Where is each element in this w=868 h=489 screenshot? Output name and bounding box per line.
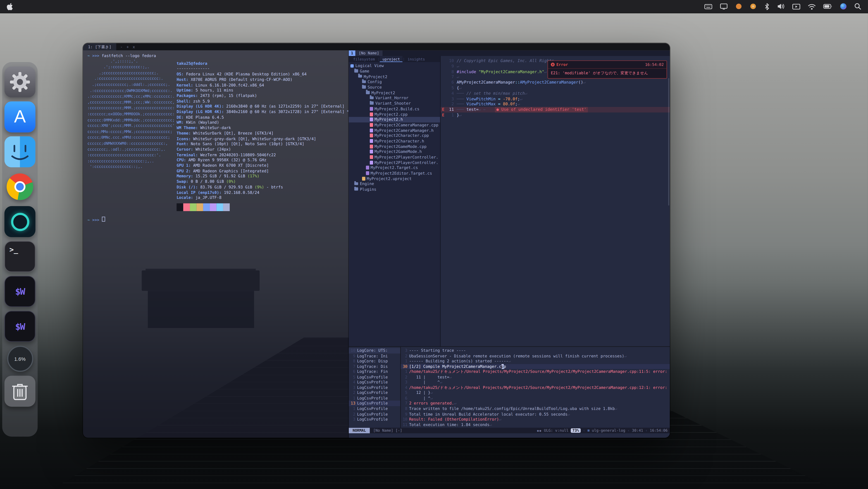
app-orange2-icon[interactable] bbox=[749, 2, 757, 11]
log-category-row[interactable]: 3LogCsvProfile bbox=[349, 417, 400, 422]
log-line[interactable]: 2 11 | test=↵ bbox=[401, 374, 670, 380]
screen-mirror-icon[interactable] bbox=[792, 2, 801, 11]
log-line[interactable]: 72 errors generated.↵ bbox=[401, 401, 670, 406]
tree-item[interactable]: Plugins bbox=[349, 186, 440, 192]
log-categories-pane[interactable]: 10LogCore: UTS:9LogTrace: Ini8LogCore: D… bbox=[349, 347, 401, 428]
nvim-tab-title[interactable]: [No Name] bbox=[355, 51, 382, 56]
tree-item[interactable]: MyProject2.cpp bbox=[349, 111, 440, 117]
dock-item-app-store[interactable]: A bbox=[4, 102, 35, 133]
editor-line[interactable]: 2─── ViewPitchMax = 80.0f;↵ bbox=[440, 102, 670, 107]
log-line[interactable]: 4/home/taku25/ドキュメント/Unreal Projects/MyP… bbox=[401, 385, 670, 390]
tree-item[interactable]: Source bbox=[349, 85, 440, 90]
tree-item[interactable]: MyProject2PlayerController. bbox=[349, 160, 440, 165]
editor-line[interactable]: E11─── test=↵ ←● Use of undeclared ident… bbox=[440, 107, 670, 113]
tree-item[interactable]: MyProject2 bbox=[349, 90, 440, 95]
dock-item-chrome[interactable] bbox=[4, 171, 35, 202]
new-tab-button[interactable]: + bbox=[126, 45, 129, 49]
search-icon[interactable] bbox=[854, 2, 862, 11]
tree-item[interactable]: Engine bbox=[349, 181, 440, 186]
build-log-pane[interactable]: 3---- Starting trace ----2UbaSessionServ… bbox=[401, 347, 670, 428]
terminal-tab[interactable]: 1: [下書き] bbox=[83, 43, 116, 51]
siri-icon[interactable] bbox=[840, 2, 847, 11]
log-category-row[interactable]: 13LogCsvProfile bbox=[349, 401, 400, 406]
dock-item-media-app[interactable] bbox=[4, 206, 35, 237]
tree-item[interactable]: MyProject2.Build.cs bbox=[349, 106, 440, 111]
log-line[interactable]: 30[1/2] Compile MyProject2CameraManager.… bbox=[401, 364, 670, 369]
tree-item[interactable]: Game bbox=[349, 68, 440, 74]
dock-item-terminal[interactable]: >_ bbox=[4, 241, 35, 272]
tree-item[interactable]: MyProject2Character.h bbox=[349, 138, 440, 144]
keyboard-icon[interactable] bbox=[704, 2, 713, 11]
battery-icon[interactable] bbox=[823, 2, 833, 11]
editor-line[interactable]: E1}↵ bbox=[440, 113, 670, 118]
minimize-tab-button[interactable]: - bbox=[120, 45, 122, 49]
log-category-row[interactable]: 2LogCsvProfile bbox=[349, 390, 400, 396]
log-category-row[interactable]: 5LogCsvProfile bbox=[349, 374, 400, 380]
tree-item[interactable]: MyProject2.uproject bbox=[349, 176, 440, 181]
dock-item-wezterm[interactable]: $W bbox=[4, 276, 35, 307]
log-line[interactable]: 11Total execution time: 1.84 seconds↵ bbox=[401, 422, 670, 427]
editor-scrollbar[interactable] bbox=[668, 78, 669, 206]
log-category-row[interactable]: 6LogTrace: Fin bbox=[349, 369, 400, 374]
editor-line[interactable]: 3─── ViewPitchMin = -70.0f;↵ bbox=[440, 96, 670, 102]
tree-item[interactable]: MyProject2Character.cpp bbox=[349, 133, 440, 138]
wezterm-glyph: $W bbox=[15, 286, 25, 297]
log-line[interactable]: 3 | ^↵ bbox=[401, 380, 670, 385]
log-line[interactable]: 1------ Building 2 action(s) started ---… bbox=[401, 358, 670, 364]
tree-item[interactable]: Variant_Horror bbox=[349, 95, 440, 101]
log-line[interactable]: 3---- Starting trace ---- bbox=[401, 348, 670, 353]
editor-line[interactable]: 4─── // set the min/max pitch↵ bbox=[440, 91, 670, 96]
dock-item-system-settings[interactable] bbox=[4, 66, 35, 97]
log-line[interactable]: 6 | ^↵ bbox=[401, 396, 670, 401]
tree-tab-filesystem[interactable]: filesystem bbox=[350, 56, 378, 62]
dock-item-finder[interactable] bbox=[4, 136, 35, 167]
app-orange-icon[interactable] bbox=[735, 2, 742, 11]
window-tab-bar[interactable]: 1: [下書き] -+x bbox=[83, 43, 670, 51]
log-category-row[interactable]: 2LogCsvProfile bbox=[349, 411, 400, 417]
wifi-icon[interactable] bbox=[808, 2, 816, 11]
tree-item[interactable]: Variant_Shooter bbox=[349, 101, 440, 106]
tree-item[interactable]: Config bbox=[349, 79, 440, 85]
volume-icon[interactable] bbox=[777, 2, 785, 11]
bluetooth-icon[interactable] bbox=[764, 2, 770, 11]
log-category-row[interactable]: 9LogTrace: Ini bbox=[349, 353, 400, 358]
log-line[interactable]: 2UbaSessionServer - Disable remote execu… bbox=[401, 353, 670, 358]
dock-item-wezterm-2[interactable]: $W bbox=[4, 311, 35, 342]
error-notification-popup[interactable]: x Error 16:54:02 E21: 'modifiable' がオフなの… bbox=[547, 60, 667, 79]
tree-item[interactable]: Logical View bbox=[349, 63, 440, 68]
close-tab-button[interactable]: x bbox=[133, 45, 135, 49]
log-category-row[interactable]: 7LogTrace: Dis bbox=[349, 364, 400, 369]
log-line[interactable]: 8Trace written to file /home/taku25/.con… bbox=[401, 406, 670, 411]
tree-item[interactable]: MyProject2GameMode.h bbox=[349, 149, 440, 154]
tree-item[interactable]: MyProject2Editor.Target.cs bbox=[349, 171, 440, 176]
display-icon[interactable] bbox=[719, 2, 728, 11]
tree-item[interactable]: MyProject2PlayerController. bbox=[349, 154, 440, 160]
tree-item[interactable]: MyProject2.h bbox=[349, 117, 440, 122]
tree-item[interactable]: MyProject2.Target.cs bbox=[349, 165, 440, 171]
dock-item-trash[interactable] bbox=[4, 376, 35, 407]
nvim-tab-number[interactable]: 1 bbox=[349, 51, 355, 56]
tree-tab-uproject[interactable]: uproject bbox=[380, 56, 403, 62]
apple-menu[interactable] bbox=[6, 2, 13, 10]
dock-item-cpu-gauge[interactable]: 1.6% bbox=[7, 346, 33, 372]
tree-item[interactable]: MyProject2CameraManager.h bbox=[349, 127, 440, 133]
tree-item[interactable]: MyProject2CameraManager.cpp bbox=[349, 122, 440, 128]
log-category-row[interactable]: 4LogCsvProfile bbox=[349, 380, 400, 385]
log-category-row[interactable]: 10LogCore: UTS: bbox=[349, 348, 400, 353]
editor-line[interactable]: 5{↵ bbox=[440, 85, 670, 91]
tree-item[interactable]: MyProject2GameMode.cpp bbox=[349, 144, 440, 149]
terminal-pane-nvim[interactable]: 1 [No Name] filesystem|uproject|insights… bbox=[349, 51, 670, 438]
log-line[interactable]: 1/home/taku25/ドキュメント/Unreal Projects/MyP… bbox=[401, 369, 670, 374]
tree-tab-insights[interactable]: insights bbox=[405, 56, 428, 62]
terminal-pane-fastfetch[interactable]: ~ >>> fastfetch --logo fedora .',;::::;,… bbox=[83, 51, 349, 438]
log-category-row[interactable]: 1LogCsvProfile bbox=[349, 396, 400, 401]
log-category-row[interactable]: 8LogCore: Disp bbox=[349, 358, 400, 364]
log-category-row[interactable]: 1LogCsvProfile bbox=[349, 406, 400, 411]
log-line[interactable]: 10Result: Failed (OtherCompilationError)… bbox=[401, 417, 670, 422]
log-line[interactable]: 9Total time in Unreal Build Accelerator … bbox=[401, 411, 670, 417]
code-editor[interactable]: 10// Copyright Epic Games, Inc. All Righ… bbox=[440, 56, 670, 346]
editor-line[interactable]: 6AMyProject2CameraManager::AMyProject2Ca… bbox=[440, 80, 670, 85]
log-line[interactable]: 5 12 | }↵ bbox=[401, 390, 670, 396]
tree-item[interactable]: MyProject2 bbox=[349, 74, 440, 79]
log-category-row[interactable]: 3LogCsvProfile bbox=[349, 385, 400, 390]
